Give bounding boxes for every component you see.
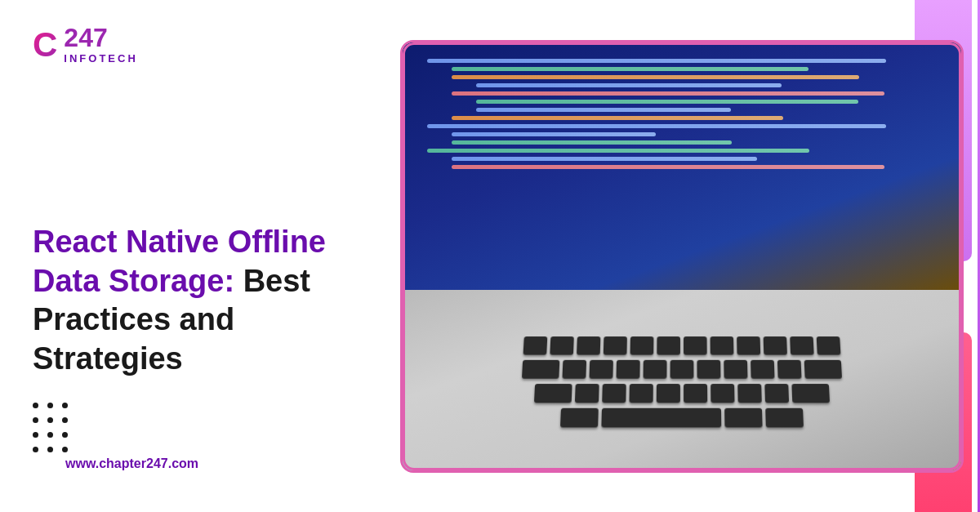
page-container: C 247 INFOTECH React Native Offline Data… [0,0,980,512]
key [575,385,599,403]
page-title: React Native Offline Data Storage: Best … [33,223,351,378]
code-line [452,75,859,79]
key [589,360,612,379]
key [684,337,707,356]
key [737,385,762,403]
key [644,360,667,379]
key [684,385,707,403]
key [817,337,841,356]
code-line [452,140,732,145]
code-line [427,59,886,63]
key [534,385,572,403]
key [764,385,789,403]
logo-icon: C [33,28,57,62]
key [522,360,559,379]
left-panel: C 247 INFOTECH React Native Offline Data… [0,0,384,512]
key [777,360,802,379]
right-panel [384,0,980,512]
dot [33,403,38,408]
dot [47,432,53,438]
code-line [452,165,884,169]
key-row [522,360,842,379]
key [670,360,694,379]
dots-pattern [33,403,70,455]
dot [62,432,68,438]
key [560,408,599,428]
dot [47,447,53,452]
key [657,337,680,356]
code-line [476,108,731,112]
heading-line3: Best [243,264,310,298]
key-row [560,408,804,428]
dot [33,447,38,452]
website-url: www.chapter247.com [65,456,198,471]
key [724,360,747,379]
key [724,408,763,428]
logo-area: C 247 INFOTECH [33,24,351,65]
heading-line4: Practices and Strategies [33,302,234,376]
main-heading: React Native Offline Data Storage: Best … [33,174,351,378]
dot [47,417,53,423]
key [697,360,720,379]
code-line [452,91,884,96]
code-line [476,83,782,87]
logo-c-letter: C [33,28,57,62]
code-line [452,132,656,136]
code-line [427,149,809,153]
key [710,385,734,403]
code-line [476,100,858,104]
logo-top-row: 247 [64,24,137,51]
key [751,360,774,379]
key [604,337,627,356]
laptop-image-container [400,40,964,473]
key [630,337,654,356]
dot [33,432,38,438]
code-line [427,124,886,128]
url-text: www.chapter247.com [65,456,198,470]
key [764,337,787,356]
key-row [534,385,830,403]
key [617,360,640,379]
code-line [452,157,757,161]
key [629,385,653,403]
key [550,337,574,356]
key [577,337,600,356]
heading-line1: React Native Offline [33,225,326,259]
dot [62,403,68,408]
code-line [452,67,808,71]
dot [47,403,53,408]
key [804,360,842,379]
logo-infotech: INFOTECH [64,52,137,65]
code-line [452,116,783,120]
dot [62,447,68,452]
code-screen [403,42,961,291]
dot [62,417,68,423]
laptop-image [403,42,961,470]
key-row [523,337,841,356]
key [562,360,586,379]
key [791,385,830,403]
key [790,337,814,356]
heading-line2: Data Storage: [33,264,234,298]
logo-247: 247 [64,24,107,51]
key [765,408,804,428]
key [602,385,626,403]
key [737,337,760,356]
space-key [601,408,721,428]
logo-text-group: 247 INFOTECH [64,24,137,65]
dot [33,417,38,423]
keyboard-area [403,290,961,470]
key [657,385,680,403]
key [710,337,734,356]
key [523,337,548,356]
